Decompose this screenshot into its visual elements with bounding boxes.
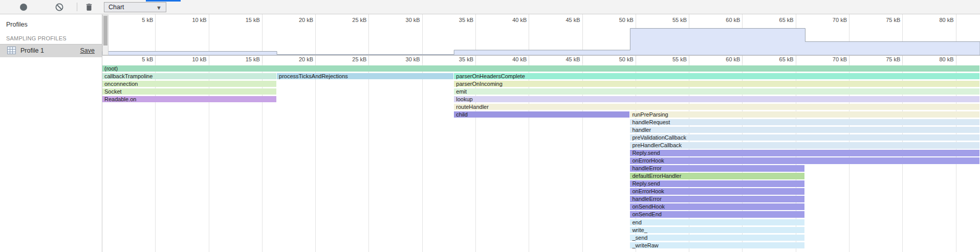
axis-tick-label: 5 kB xyxy=(142,17,153,23)
ruler-tick xyxy=(155,56,156,63)
ruler-tick xyxy=(315,56,316,63)
ruler-tick xyxy=(742,56,743,63)
flame-frame[interactable]: write_ xyxy=(630,227,804,234)
ruler-tick xyxy=(636,56,636,63)
flame-frame[interactable]: parserOnIncoming xyxy=(454,81,979,87)
ruler-tick xyxy=(422,56,423,63)
axis-tick-label: 50 kB xyxy=(619,56,634,62)
axis-tick-label: 40 kB xyxy=(512,17,527,23)
flame-frame[interactable]: handleError xyxy=(630,196,804,202)
flame-frame[interactable]: Readable.on xyxy=(102,96,276,103)
flame-frame[interactable]: Socket xyxy=(102,88,276,95)
axis-tick-label: 80 kB xyxy=(939,17,953,23)
flame-frame[interactable]: routeHandler xyxy=(454,104,979,110)
flame-frame[interactable]: _send xyxy=(630,235,804,241)
axis-tick-label: 25 kB xyxy=(352,56,366,62)
flame-frame[interactable]: _writeRaw xyxy=(630,242,804,249)
flame-frame[interactable]: handleError xyxy=(630,165,804,172)
flame-frame[interactable]: onErrorHook xyxy=(630,188,804,195)
axis-tick-label: 70 kB xyxy=(833,17,847,23)
axis-tick-label: 55 kB xyxy=(672,56,687,62)
flame-frame[interactable]: handleRequest xyxy=(630,119,979,126)
axis-tick-label: 55 kB xyxy=(672,17,687,23)
axis-tick-label: 70 kB xyxy=(833,56,847,62)
ruler-tick xyxy=(475,56,476,63)
axis-tick-label: 30 kB xyxy=(406,17,420,23)
ruler-tick xyxy=(796,56,796,63)
axis-tick-label: 75 kB xyxy=(886,56,900,62)
flame-frame[interactable]: Reply.send xyxy=(630,150,979,156)
axis-tick-label: 75 kB xyxy=(886,17,900,23)
flame-frame[interactable]: parserOnHeadersComplete xyxy=(454,73,979,80)
ruler-tick xyxy=(689,56,689,63)
axis-tick-label: 65 kB xyxy=(779,17,794,23)
axis-tick-label: 40 kB xyxy=(512,56,527,62)
flame-frame[interactable]: runPreParsing xyxy=(630,111,979,118)
ruler-tick xyxy=(529,56,529,63)
axis-tick-label: 30 kB xyxy=(406,56,420,62)
memory-profiler-panel: Chart ▼ Profiles SAMPLING PROFILES Profi… xyxy=(0,0,980,252)
flame-frame[interactable]: callbackTrampoline xyxy=(102,73,276,80)
ruler-tick xyxy=(368,56,369,63)
flame-frame[interactable]: onSendHook xyxy=(630,203,804,210)
flame-frame[interactable]: onErrorHook xyxy=(630,157,979,164)
flame-frame[interactable]: handler xyxy=(630,127,979,133)
flame-frame[interactable]: onconnection xyxy=(102,81,276,87)
axis-tick-label: 60 kB xyxy=(726,17,740,23)
axis-tick-label: 45 kB xyxy=(565,56,580,62)
axis-tick-label: 20 kB xyxy=(299,56,313,62)
vertical-scrollbar[interactable] xyxy=(102,15,108,55)
ruler-tick xyxy=(956,56,956,63)
axis-tick-label: 25 kB xyxy=(352,17,366,23)
axis-tick-label: 65 kB xyxy=(779,56,794,62)
axis-tick-label: 15 kB xyxy=(246,17,260,23)
flame-frame[interactable]: defaultErrorHandler xyxy=(630,173,804,179)
ruler-tick xyxy=(849,56,850,63)
flame-frame[interactable]: onSendEnd xyxy=(630,211,804,218)
ruler-separator xyxy=(102,55,980,56)
axis-tick-label: 35 kB xyxy=(459,56,473,62)
flame-frame[interactable]: processTicksAndRejections xyxy=(277,73,453,80)
flame-frame[interactable]: end xyxy=(630,219,804,226)
overview-silhouette[interactable] xyxy=(0,0,980,252)
flame-frame[interactable]: preHandlerCallback xyxy=(630,142,979,149)
axis-tick-label: 80 kB xyxy=(939,56,953,62)
ruler-tick xyxy=(902,56,903,63)
ruler-tick xyxy=(262,56,263,63)
ruler-tick xyxy=(209,56,209,63)
axis-tick-label: 35 kB xyxy=(459,17,473,23)
axis-tick-label: 60 kB xyxy=(726,56,740,62)
flame-frame[interactable]: (root) xyxy=(102,65,979,72)
axis-tick-label: 45 kB xyxy=(565,17,580,23)
flame-frame[interactable]: Reply.send xyxy=(630,180,804,187)
flame-frame[interactable]: preValidationCallback xyxy=(630,134,979,141)
axis-tick-label: 50 kB xyxy=(619,17,634,23)
ruler-tick xyxy=(582,56,583,63)
scrollbar-thumb[interactable] xyxy=(103,16,107,45)
flame-frame[interactable]: emit xyxy=(454,88,979,95)
flame-frame[interactable]: child xyxy=(454,111,629,118)
axis-tick-label: 5 kB xyxy=(142,56,153,62)
flame-frame[interactable]: lookup xyxy=(454,96,979,103)
axis-tick-label: 10 kB xyxy=(192,17,206,23)
axis-tick-label: 10 kB xyxy=(192,56,206,62)
axis-tick-label: 15 kB xyxy=(246,56,260,62)
axis-tick-label: 20 kB xyxy=(299,17,313,23)
